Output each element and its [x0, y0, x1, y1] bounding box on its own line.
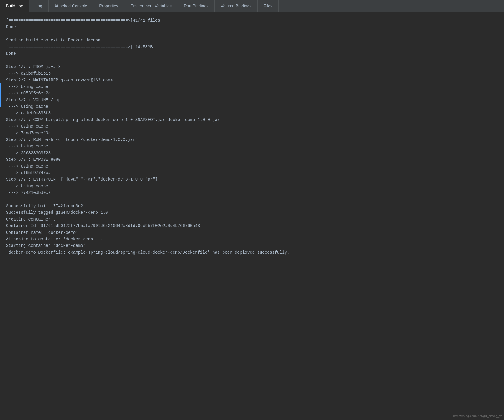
console-line: Container name: 'docker-demo' [6, 229, 498, 236]
console-line: Successfully built 77421edbd0c2 [6, 203, 498, 209]
console-line: ---> Using cache [6, 103, 498, 110]
console-line [6, 30, 498, 37]
console-line: Step 6/7 : EXPOSE 8080 [6, 156, 498, 163]
console-line: Attaching to container 'docker-demo'... [6, 236, 498, 242]
console-line [6, 196, 498, 203]
left-accent-indicator [0, 83, 1, 107]
console-line: ---> Using cache [6, 183, 498, 189]
console-line: Done [6, 50, 498, 57]
console-line: ---> Using cache [6, 83, 498, 90]
tab-environment-variables[interactable]: Environment Variables [124, 0, 178, 12]
console-line: ---> Using cache [6, 123, 498, 130]
watermark: https://blog.csdn.net/gu_zhang_w [453, 414, 502, 418]
console-line: Starting container 'docker-demo' [6, 242, 498, 249]
console-line: [=======================================… [6, 17, 498, 24]
console-line: Step 2/7 : MAINTAINER gzwen <gzwen@163.c… [6, 77, 498, 83]
console-line: ---> ef65f97747ba [6, 170, 498, 176]
console-line: ---> c05395c6ea2d [6, 90, 498, 96]
tab-properties[interactable]: Properties [93, 0, 124, 12]
console-line [6, 57, 498, 63]
console-line: Step 3/7 : VOLUME /tmp [6, 97, 498, 103]
tab-volume-bindings[interactable]: Volume Bindings [215, 0, 258, 12]
console-line: Successfully tagged gzwen/docker-demo:1.… [6, 209, 498, 216]
tab-files[interactable]: Files [258, 0, 279, 12]
console-line: Creating container... [6, 216, 498, 223]
console-line: ---> d23bdf5b1b1b [6, 70, 498, 77]
tab-log[interactable]: Log [29, 0, 48, 12]
console-line: Container Id: 91761bdb0172f77b5afa7991d6… [6, 223, 498, 229]
console-line: 'docker-demo Dockerfile: example-spring-… [6, 249, 498, 256]
console-line: [=======================================… [6, 44, 498, 50]
console-line: ---> ea1eb9c338f8 [6, 110, 498, 116]
tab-build-log[interactable]: Build Log [0, 0, 29, 12]
tab-bar: Build LogLogAttached ConsolePropertiesEn… [0, 0, 504, 12]
console-line: Done [6, 24, 498, 30]
tab-attached-console[interactable]: Attached Console [49, 0, 94, 12]
console-line: ---> 256328363728 [6, 150, 498, 156]
console-line: ---> 77421edbd0c2 [6, 189, 498, 196]
console-line: Step 5/7 : RUN bash -c "touch /docker-de… [6, 136, 498, 143]
console-line: Step 7/7 : ENTRYPOINT ["java","-jar","do… [6, 176, 498, 183]
tab-port-bindings[interactable]: Port Bindings [178, 0, 215, 12]
console-line: ---> Using cache [6, 163, 498, 170]
console-line: Sending build context to Docker daemon..… [6, 37, 498, 44]
console-output: [=======================================… [0, 12, 504, 420]
console-line: Step 1/7 : FROM java:8 [6, 64, 498, 70]
console-line: ---> 7cad7eceef9e [6, 130, 498, 136]
console-line: Step 4/7 : COPY target/spring-cloud-dock… [6, 117, 498, 123]
console-line: ---> Using cache [6, 143, 498, 149]
